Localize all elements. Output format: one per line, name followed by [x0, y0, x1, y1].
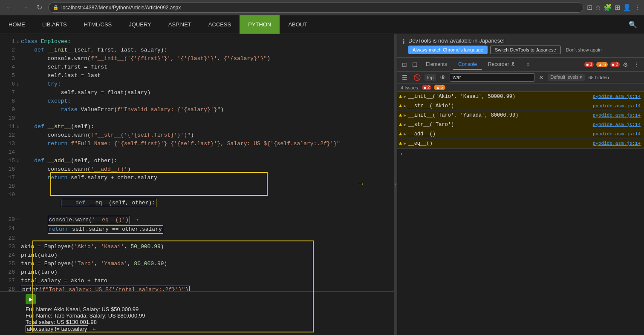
code-line-3: 3 console.warn(f"__init__('{'{first}'}',… [0, 54, 394, 63]
nav-python[interactable]: PYTHON [240, 15, 280, 34]
console-row-5: ▲ ▶ __add__() pyodide.asm.js:14 [397, 129, 644, 139]
console-source-5[interactable]: pyodide.asm.js:14 [593, 132, 641, 137]
console-row-2: ▲ ▶ __str__('Akio') pyodide.asm.js:14 [397, 101, 644, 111]
reload-button[interactable]: ↻ [34, 3, 45, 12]
clear-search-btn[interactable]: ✕ [537, 73, 546, 82]
console-source-4[interactable]: pyodide.asm.js:14 [593, 122, 641, 127]
nav-aspnet[interactable]: ASP.NET [160, 15, 200, 34]
code-line-13: 13 return f"Full Name: {'{self.first}'} … [0, 140, 394, 148]
output-line-3: Total salary: US $130,001.98 [26, 319, 391, 325]
forward-button[interactable]: → [19, 3, 31, 12]
bookmark-icon[interactable]: ⊡ [587, 3, 592, 11]
code-line-25: 25 taro = Employee('Taro', 'Yamada', 80_… [0, 260, 394, 268]
switch-language-button[interactable]: Switch DevTools to Japanese [490, 46, 561, 54]
code-editor[interactable]: 1↓ class Employee: 2 def __init__(self, … [0, 34, 394, 335]
code-line-7: 7 self.salary = float(salary) [0, 89, 394, 97]
code-line-23: 23 akio = Employee('Akio', 'Kasai', 50_0… [0, 243, 394, 251]
address-bar[interactable]: 🔒 localhost:44387/Menu/Python/Article/Ar… [48, 3, 583, 13]
clear-console-btn[interactable]: 🚫 [411, 73, 423, 82]
menu-icon[interactable]: ⋮ [634, 3, 641, 11]
code-line-1: 1↓ class Employee: [0, 37, 394, 46]
levels-selector[interactable]: Default levels ▾ [548, 74, 585, 81]
warn-icon-3: ▲ [399, 112, 402, 118]
console-row-1: ▲ ▶ __init__('Akio', 'Kasai', 50000.99) … [397, 92, 644, 101]
browser-actions: ⊡ ☆ 🧩 ⊞ 👤 ⋮ [587, 3, 641, 11]
devtools-tabs-toolbar: ⊡ ☐ Elements Console Recorder 🎗 » ■ 3 ▲ … [397, 58, 644, 72]
code-line-27: 27 total_salary = akio + taro [0, 277, 394, 285]
inspect-icon-btn[interactable]: ⊡ [400, 60, 409, 69]
star-icon[interactable]: ☆ [595, 3, 601, 11]
console-source-2[interactable]: pyodide.asm.js:14 [593, 103, 641, 109]
console-row-6: ▲ ▶ __eq__() pyodide.asm.js:14 [397, 139, 644, 148]
nav-about[interactable]: ABOUT [280, 15, 316, 34]
expand-icon-1[interactable]: ▶ [404, 94, 406, 99]
split-icon[interactable]: ⊞ [615, 3, 620, 11]
expand-icon-4[interactable]: ▶ [404, 122, 406, 127]
sidebar-toggle-btn[interactable]: ☰ [400, 73, 410, 82]
back-button[interactable]: ← [3, 3, 15, 12]
issues-error-count: ■ 2 [422, 85, 431, 90]
nav-home[interactable]: HOME [0, 15, 34, 34]
code-line-19: 19 def __eq__(self, other): [0, 191, 394, 215]
console-text-3: __init__('Taro', 'Yamada', 80000.99) [408, 112, 591, 118]
info-icon: ℹ [402, 38, 405, 46]
nav-jquery[interactable]: JQUERY [120, 15, 160, 34]
console-input-field[interactable] [404, 151, 641, 157]
tab-console[interactable]: Console [453, 60, 482, 70]
output-line-2: Full Name: Taro Yamada, Salary: US $80,0… [26, 312, 391, 319]
console-source-6[interactable]: pyodide.asm.js:14 [593, 141, 641, 146]
code-line-15: 15↓ def __add__(self, other): [0, 157, 394, 165]
dont-show-button[interactable]: Don't show again [563, 46, 604, 54]
console-search-input[interactable] [450, 73, 535, 82]
nav-libarts[interactable]: LIB.ARTS [34, 15, 75, 34]
context-selector[interactable]: top [425, 74, 436, 81]
code-line-10: 10 [0, 114, 394, 123]
expand-icon-2[interactable]: ▶ [404, 103, 406, 109]
nav-htmlcss[interactable]: HTML/CSS [75, 15, 121, 34]
devtools-panel: ℹ DevTools is now available in Japanese!… [397, 34, 644, 335]
code-line-9: 9 raise ValueError(f"Invalid salary: {'{… [0, 106, 394, 114]
warn-icon-1: ▲ [399, 94, 402, 100]
run-button[interactable]: ▶ [26, 294, 36, 304]
console-text-5: __add__() [408, 131, 591, 137]
code-line-5: 5 self.last = last [0, 72, 394, 80]
extension-icon[interactable]: 🧩 [604, 3, 612, 11]
tab-recorder[interactable]: Recorder 🎗 [483, 60, 521, 70]
console-source-3[interactable]: pyodide.asm.js:14 [593, 113, 641, 118]
avatar-icon[interactable]: 👤 [623, 3, 631, 11]
warn-icon-6: ▲ [399, 140, 402, 146]
code-line-4: 4 self.first = first [0, 63, 394, 72]
console-input-row: › [397, 148, 644, 159]
main-container: 1↓ class Employee: 2 def __init__(self, … [0, 34, 644, 335]
output-section: ▶ Full Name: Akio Kasai, Salary: US $50,… [0, 291, 394, 335]
code-line-16: 16 console.warn('__add__()') [0, 165, 394, 174]
code-table: 1↓ class Employee: 2 def __init__(self, … [0, 37, 394, 304]
code-line-14: 14 [0, 148, 394, 157]
tab-more[interactable]: » [522, 60, 535, 70]
error-badge: ■ 3 [584, 62, 594, 67]
expand-icon-6[interactable]: ▶ [404, 141, 406, 146]
console-text-6: __eq__() [408, 140, 591, 146]
nav-access[interactable]: ACCESS [200, 15, 240, 34]
console-source-1[interactable]: pyodide.asm.js:14 [593, 94, 641, 99]
code-line-6: 6↓ try: [0, 80, 394, 89]
match-language-button[interactable]: Always match Chrome's language [408, 46, 488, 54]
output-arrow: ← [92, 326, 97, 332]
expand-icon-5[interactable]: ▶ [404, 132, 406, 137]
expand-icon-3[interactable]: ▶ [404, 113, 406, 118]
code-line-8: 8 except: [0, 97, 394, 106]
more-options-btn[interactable]: ⋮ [631, 60, 641, 69]
search-button[interactable]: 🔍 [622, 15, 644, 34]
console-toolbar: ☰ 🚫 top 👁 ✕ Default levels ▾ 68 hidden [397, 72, 644, 83]
code-line-20: 20 → console.warn('__eq__()') → [0, 215, 394, 225]
tab-elements[interactable]: Elements [421, 60, 452, 70]
eye-icon-btn[interactable]: 👁 [438, 73, 448, 82]
output-line-4: akio.salary != taro.salary [26, 325, 88, 332]
console-row-4: ▲ ▶ __str__('Taro') pyodide.asm.js:14 [397, 120, 644, 129]
console-prompt-icon: › [401, 150, 403, 157]
notification-title: DevTools is now available in Japanese! [408, 37, 604, 44]
settings-icon-btn[interactable]: ⚙ [621, 60, 630, 69]
device-icon-btn[interactable]: ☐ [410, 60, 420, 69]
url-text: localhost:44387/Menu/Python/Article/Arti… [61, 5, 181, 11]
console-output[interactable]: ▲ ▶ __init__('Akio', 'Kasai', 50000.99) … [397, 92, 644, 335]
